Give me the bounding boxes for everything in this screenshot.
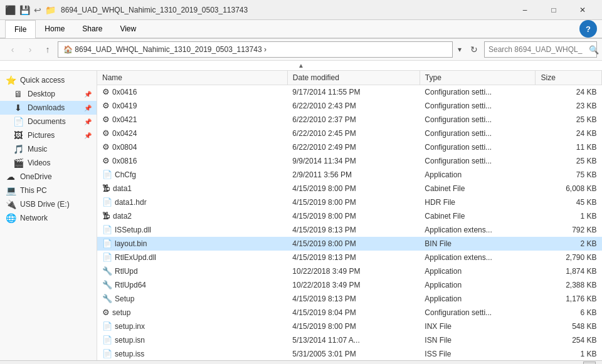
file-name-cell[interactable]: ⚙ 0x0816 [97, 154, 287, 168]
tab-view[interactable]: View [111, 20, 145, 38]
table-row[interactable]: ⚙ 0x0804 6/22/2010 2:49 PM Configuration… [97, 140, 602, 154]
refresh-button[interactable]: ↻ [467, 42, 482, 57]
column-header-size[interactable]: Size [536, 71, 602, 85]
file-date: 4/15/2019 8:00 PM [287, 182, 420, 195]
search-input[interactable] [485, 45, 586, 54]
sidebar-item-videos[interactable]: 🎬 Videos [0, 156, 97, 170]
table-row[interactable]: 📄 setup.isn 5/13/2014 11:07 A... ISN Fil… [97, 333, 602, 347]
ribbon-tabs: File Home Share View ? [0, 20, 602, 38]
table-row[interactable]: ⚙ setup 4/15/2019 8:04 PM Configuration … [97, 306, 602, 320]
file-date: 6/22/2010 2:45 PM [287, 127, 420, 140]
file-type-icon: 📄 [102, 349, 112, 358]
file-name-cell[interactable]: 📄 setup.isn [97, 333, 287, 347]
address-path[interactable]: 🏠 8694_UAD_WHQL_Nahimic_1310_2019_0503_1… [58, 41, 453, 58]
column-expand[interactable]: ▲ [0, 61, 602, 71]
sidebar-item-music[interactable]: 🎵 Music [0, 142, 97, 156]
file-size: 75 KB [536, 168, 602, 182]
column-header-date[interactable]: Date modified [287, 71, 420, 85]
table-row[interactable]: ⚙ 0x0424 6/22/2010 2:45 PM Configuration… [97, 127, 602, 140]
sidebar-item-downloads[interactable]: ⬇ Downloads 📌 [0, 101, 97, 115]
folder-icon: 📁 [45, 5, 56, 15]
table-row[interactable]: ⚙ 0x0816 9/9/2014 11:34 PM Configuration… [97, 154, 602, 168]
file-name-cell[interactable]: ⚙ setup [97, 306, 287, 320]
table-row[interactable]: ⚙ 0x0421 6/22/2010 2:37 PM Configuration… [97, 113, 602, 127]
table-row[interactable]: 🔧 Setup 4/15/2019 8:13 PM Application 1,… [97, 292, 602, 306]
sidebar-pictures-label: Pictures [28, 131, 55, 140]
sidebar-item-pictures[interactable]: 🖼 Pictures 📌 [0, 128, 97, 142]
table-row[interactable]: ⚙ 0x0419 6/22/2010 2:43 PM Configuration… [97, 99, 602, 113]
file-type: Application [420, 264, 536, 278]
file-name-cell[interactable]: 🔧 RtlUpd64 [97, 278, 287, 292]
file-type: Configuration setti... [420, 154, 536, 168]
help-button[interactable]: ? [579, 20, 597, 38]
column-header-name[interactable]: Name [97, 71, 287, 85]
file-name-cell[interactable]: ⚙ 0x0804 [97, 140, 287, 154]
file-name-cell[interactable]: 📄 ChCfg [97, 168, 287, 182]
file-size: 1 KB [536, 347, 602, 361]
file-type-icon: 📄 [102, 170, 112, 179]
file-name-cell[interactable]: ⚙ 0x0419 [97, 99, 287, 113]
sidebar-item-onedrive[interactable]: ☁ OneDrive [0, 170, 97, 184]
file-type: Configuration setti... [420, 127, 536, 140]
large-icons-view-button[interactable]: ⊞ [583, 361, 596, 365]
file-type: Configuration setti... [420, 113, 536, 127]
file-name-cell[interactable]: 📄 RtlExUpd.dll [97, 251, 287, 264]
sidebar-item-desktop[interactable]: 🖥 Desktop 📌 [0, 87, 97, 101]
forward-button[interactable]: › [23, 42, 38, 57]
maximize-button[interactable]: □ [539, 0, 568, 20]
details-view-button[interactable]: ☰ [569, 361, 582, 365]
file-name-cell[interactable]: ⚙ 0x0416 [97, 85, 287, 99]
file-name-cell[interactable]: 🗜 data1 [97, 182, 287, 195]
file-name-cell[interactable]: 📄 ISSetup.dll [97, 223, 287, 237]
table-row[interactable]: 🔧 RtlUpd64 10/22/2018 3:49 PM Applicatio… [97, 278, 602, 292]
search-icon: 🔍 [586, 45, 601, 55]
table-row[interactable]: 🔧 RtlUpd 10/22/2018 3:49 PM Application … [97, 264, 602, 278]
file-name-cell[interactable]: 📄 setup.inx [97, 320, 287, 333]
table-row[interactable]: 📄 setup.iss 5/31/2005 3:01 PM ISS File 1… [97, 347, 602, 361]
file-name-cell[interactable]: ⚙ 0x0421 [97, 113, 287, 127]
file-type: Configuration setti... [420, 99, 536, 113]
file-name-cell[interactable]: ⚙ 0x0424 [97, 127, 287, 140]
file-type-icon: ⚙ [102, 87, 110, 96]
search-bar[interactable]: 🔍 [484, 41, 597, 58]
file-name-cell[interactable]: 🔧 Setup [97, 292, 287, 306]
file-name-cell[interactable]: 🔧 RtlUpd [97, 264, 287, 278]
tab-home[interactable]: Home [36, 20, 73, 38]
table-row[interactable]: 📄 data1.hdr 4/15/2019 8:00 PM HDR File 4… [97, 195, 602, 209]
videos-icon: 🎬 [13, 158, 24, 168]
file-name: ChCfg [115, 170, 136, 179]
file-name-cell[interactable]: 🗜 data2 [97, 209, 287, 223]
column-header-type[interactable]: Type [420, 71, 536, 85]
close-button[interactable]: ✕ [568, 0, 597, 20]
table-row[interactable]: 📄 ISSetup.dll 4/15/2019 8:13 PM Applicat… [97, 223, 602, 237]
file-size: 1,176 KB [536, 292, 602, 306]
file-name: 0x0816 [112, 157, 137, 165]
file-name-cell[interactable]: 📄 layout.bin [97, 237, 287, 251]
tab-share[interactable]: Share [73, 20, 111, 38]
sidebar-item-documents[interactable]: 📄 Documents 📌 [0, 115, 97, 128]
sidebar-item-network[interactable]: 🌐 Network [0, 211, 97, 225]
sidebar-item-usb-drive[interactable]: 🔌 USB Drive (E:) [0, 197, 97, 211]
file-date: 4/15/2019 8:04 PM [287, 306, 420, 320]
back-button[interactable]: ‹ [5, 42, 20, 57]
table-row[interactable]: 📄 ChCfg 2/9/2011 3:56 PM Application 75 … [97, 168, 602, 182]
sidebar-item-this-pc[interactable]: 💻 This PC [0, 184, 97, 197]
table-row[interactable]: ⚙ 0x0416 9/17/2014 11:55 PM Configuratio… [97, 85, 602, 99]
file-name-cell[interactable]: 📄 data1.hdr [97, 195, 287, 209]
table-row[interactable]: 📄 layout.bin 4/15/2019 8:00 PM BIN File … [97, 237, 602, 251]
file-type-icon: 📄 [102, 252, 112, 262]
file-name-cell[interactable]: 📄 setup.iss [97, 347, 287, 361]
minimize-button[interactable]: – [510, 0, 539, 20]
file-type-icon: ⚙ [102, 128, 110, 138]
table-row[interactable]: 📄 RtlExUpd.dll 4/15/2019 8:13 PM Applica… [97, 251, 602, 264]
file-name: 0x0421 [112, 115, 137, 124]
address-dropdown-icon[interactable]: ▾ [455, 45, 464, 54]
table-row[interactable]: 🗜 data1 4/15/2019 8:00 PM Cabinet File 6… [97, 182, 602, 195]
up-button[interactable]: ↑ [40, 42, 55, 57]
sidebar-item-quick-access[interactable]: ⭐ Quick access [0, 73, 97, 87]
table-row[interactable]: 🗜 data2 4/15/2019 8:00 PM Cabinet File 1… [97, 209, 602, 223]
table-row[interactable]: 📄 setup.inx 4/15/2019 8:00 PM INX File 5… [97, 320, 602, 333]
file-size: 23 KB [536, 99, 602, 113]
sidebar: ⭐ Quick access 🖥 Desktop 📌 ⬇ Downloads 📌… [0, 71, 97, 360]
tab-file[interactable]: File [5, 20, 36, 38]
